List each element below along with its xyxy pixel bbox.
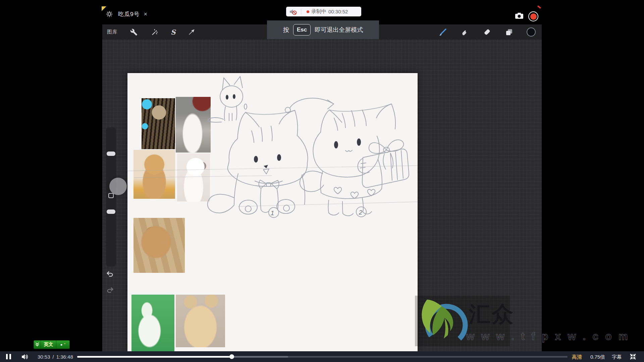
total-duration: 1:36:48 <box>56 354 73 360</box>
playback-speed-button[interactable]: 0.75倍 <box>590 354 605 360</box>
recording-status-pill[interactable]: 录制中 00:30:52 <box>286 7 361 16</box>
selection-tool-icon[interactable]: S <box>171 28 175 36</box>
smudge-tool-icon[interactable] <box>460 27 470 37</box>
progress-bar[interactable] <box>77 356 568 358</box>
red-corner-mark <box>537 5 541 9</box>
watermark-logo <box>417 298 474 352</box>
ime-language-label[interactable]: 英文 <box>41 341 56 349</box>
eraser-tool-icon[interactable] <box>482 27 492 37</box>
ime-dot: ● <box>60 343 63 347</box>
session-tab[interactable]: 吃瓜9号 × <box>105 9 147 19</box>
close-icon[interactable]: × <box>144 11 147 17</box>
muted-speaker-icon[interactable] <box>286 8 301 15</box>
progress-handle[interactable] <box>229 354 234 359</box>
ime-mode-icons[interactable]: ● ’’ <box>56 341 69 349</box>
brush-opacity-slider[interactable] <box>107 209 115 214</box>
sketch-step1-label: 1 <box>271 209 274 217</box>
gear-icon[interactable] <box>105 9 114 19</box>
record-button[interactable] <box>528 11 538 21</box>
recording-elapsed-time: 00:30:52 <box>328 9 348 14</box>
exit-fullscreen-toast: 按 Esc 即可退出全屏模式 <box>267 20 379 39</box>
esc-key-badge: Esc <box>293 24 311 36</box>
video-control-bar: 30:53 / 1:36:48 高清 0.75倍 字幕 <box>0 351 644 362</box>
brush-tool-icon[interactable] <box>438 27 447 37</box>
undo-button[interactable] <box>106 270 114 279</box>
tab-title: 吃瓜9号 <box>118 10 140 18</box>
sketch-step2-label: 2 <box>359 209 363 216</box>
brush-sidebar[interactable] <box>106 127 116 266</box>
video-player-fullscreen: 吃瓜9号 × 录制中 00:30:52 图库 <box>0 0 644 362</box>
redo-button[interactable] <box>106 286 114 295</box>
ime-language-badge[interactable]: 英文 ● ’’ <box>34 340 70 349</box>
wrench-icon[interactable] <box>129 27 139 37</box>
watermark-site-url: w w w . t f p x w . c o m <box>466 330 630 343</box>
gallery-button[interactable]: 图库 <box>107 29 118 35</box>
toast-prefix: 按 <box>283 26 289 34</box>
ime-chevrons-icon[interactable] <box>34 341 41 349</box>
watermark-brand-text: 汇众 <box>469 300 515 329</box>
cat-sketch-drawing: 1 2 <box>127 73 418 351</box>
toast-suffix: 即可退出全屏模式 <box>315 26 363 34</box>
ime-quote-marks: ’’ <box>64 343 65 347</box>
brush-size-slider[interactable] <box>107 152 115 156</box>
progress-played <box>77 356 232 358</box>
time-separator: / <box>53 354 54 360</box>
current-time: 30:53 <box>38 354 50 360</box>
layers-icon[interactable] <box>504 27 514 37</box>
modify-button[interactable] <box>108 193 114 198</box>
transform-arrow-icon[interactable] <box>187 27 196 37</box>
screenshot-camera-icon[interactable] <box>515 12 524 21</box>
active-color-swatch[interactable] <box>527 27 536 37</box>
recording-red-dot <box>307 10 309 13</box>
exit-fullscreen-icon[interactable] <box>629 352 637 361</box>
adjustments-wand-icon[interactable] <box>150 27 159 37</box>
drawing-canvas[interactable]: 1 2 <box>127 73 418 351</box>
pointer-cursor-dot <box>109 178 127 195</box>
pill-divider <box>301 9 301 14</box>
subtitles-button[interactable]: 字幕 <box>612 354 622 360</box>
recording-status-label: 录制中 <box>311 8 326 15</box>
volume-icon[interactable] <box>21 354 29 361</box>
quality-button[interactable]: 高清 <box>572 354 582 360</box>
pause-button[interactable] <box>6 354 11 359</box>
